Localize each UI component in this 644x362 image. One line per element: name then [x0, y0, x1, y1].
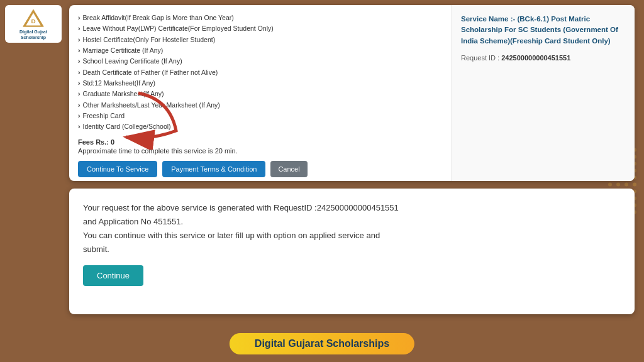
fees-row: Fees Rs.: 0 — [78, 138, 443, 146]
bottom-card: Your request for the above service is ge… — [69, 189, 635, 314]
bottom-message: Your request for the above service is ge… — [83, 201, 621, 256]
buttons-row: Continue To Service Payment Terms & Cond… — [78, 161, 443, 177]
continue-button[interactable]: Continue — [83, 265, 143, 286]
svg-text:D: D — [31, 18, 35, 25]
document-list-item: Break Affidavit(If Break Gap is More tha… — [78, 13, 443, 23]
logo-icon: D — [22, 8, 45, 30]
document-list-item: School Leaving Certificate (If Any) — [78, 56, 443, 67]
request-id-value: 242500000000451551 — [501, 54, 570, 62]
approx-row: Approximate time to complete this servic… — [78, 147, 443, 155]
document-list-item: Death Certificate of Father (If Father n… — [78, 67, 443, 78]
request-id-label: Request ID : — [461, 54, 499, 62]
approx-text: Approximate time to complete this servic… — [78, 147, 238, 155]
top-card-right: Service Name :- (BCk-6.1) Post Matric Sc… — [452, 5, 635, 181]
fees-label: Fees Rs.: — [78, 138, 109, 146]
continue-to-service-button[interactable]: Continue To Service — [78, 161, 157, 177]
fees-value: 0 — [111, 138, 114, 146]
footer-text: Digital Gujarat Scholarships — [255, 338, 389, 349]
top-card: Break Affidavit(If Break Gap is More tha… — [69, 5, 635, 181]
document-list-item: Freeship Card — [78, 111, 443, 121]
top-card-left: Break Affidavit(If Break Gap is More tha… — [69, 5, 452, 181]
document-list-item: Std:12 Marksheet(If Any) — [78, 78, 443, 89]
payment-terms-button[interactable]: Payment Terms & Condition — [162, 161, 265, 177]
footer-banner: Digital Gujarat Scholarships — [230, 333, 414, 354]
logo-container: D Digital Gujrat Scholarship — [5, 5, 62, 43]
cancel-button[interactable]: Cancel — [270, 161, 307, 177]
document-list-item: Marriage Certificate (If Any) — [78, 45, 443, 56]
document-list-item: Identity Card (College/School) — [78, 121, 443, 132]
documents-list: Break Affidavit(If Break Gap is More tha… — [78, 13, 443, 132]
document-list-item: Other Marksheets/Last Year Marksheet (If… — [78, 100, 443, 111]
request-id-row: Request ID : 242500000000451551 — [461, 54, 626, 62]
logo-text: Digital Gujrat Scholarship — [19, 30, 47, 40]
document-list-item: Hostel Certificate(Only For Hosteller St… — [78, 35, 443, 45]
document-list-item: Graduate Marksheet(If Any) — [78, 89, 443, 99]
service-name: Service Name :- (BCk-6.1) Post Matric Sc… — [461, 14, 626, 47]
document-list-item: Leave Without Pay(LWP) Certificate(For E… — [78, 23, 443, 34]
